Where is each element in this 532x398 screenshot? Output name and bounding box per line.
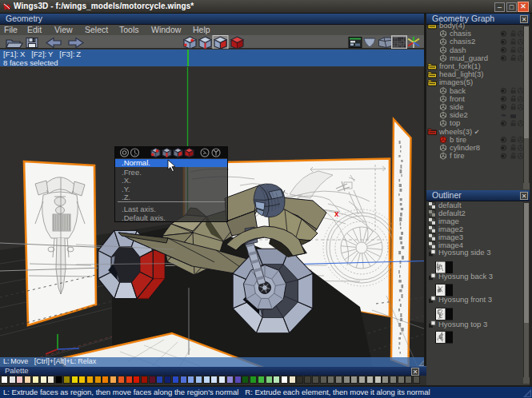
- svg-text:x: x: [334, 209, 339, 218]
